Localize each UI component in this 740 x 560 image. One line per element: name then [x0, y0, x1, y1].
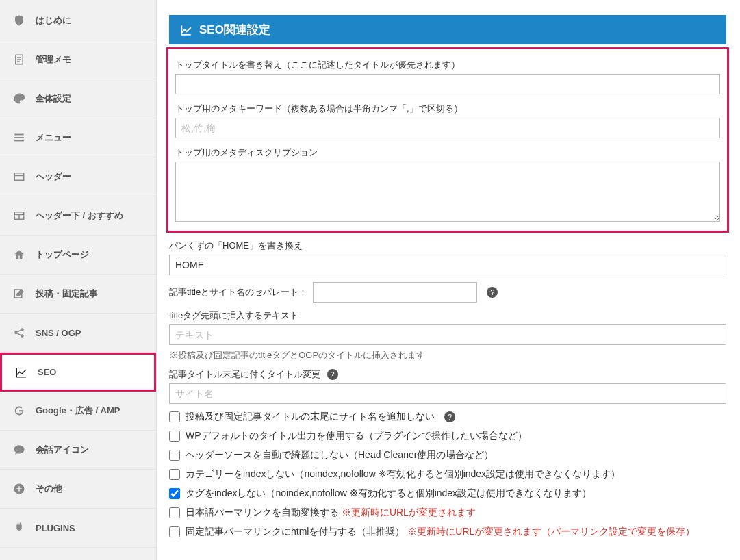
sidebar-item-label: メニュー	[36, 131, 71, 144]
top-seo-highlight: トップタイトルを書き替え（ここに記述したタイトルが優先されます） トップ用のメタ…	[166, 47, 729, 233]
document-icon	[12, 53, 26, 66]
help-icon[interactable]: ?	[487, 287, 498, 298]
sidebar-item-label: PLUGINS	[36, 523, 75, 533]
top-title-input[interactable]	[175, 74, 720, 94]
separator-input[interactable]	[313, 282, 477, 303]
sidebar-item-sns[interactable]: SNS / OGP	[0, 314, 156, 353]
sidebar-item-chat[interactable]: 会話アイコン	[0, 431, 156, 470]
panel-header: SEO関連設定	[169, 15, 726, 44]
chart-icon	[180, 24, 192, 36]
sidebar-item-global[interactable]: 全体設定	[0, 79, 156, 118]
svg-point-14	[21, 328, 24, 331]
separator-label: 記事titleとサイト名のセパレート：	[169, 286, 307, 298]
sidebar-item-posts[interactable]: 投稿・固定記事	[0, 275, 156, 314]
sidebar-item-label: ヘッダー下 / おすすめ	[36, 209, 123, 222]
svg-rect-7	[14, 173, 24, 181]
meta-desc-textarea[interactable]	[175, 162, 720, 222]
plus-circle-icon	[12, 482, 26, 496]
checkbox[interactable]	[169, 450, 180, 461]
checkbox[interactable]	[169, 469, 180, 480]
breadcrumb-label: パンくずの「HOME」を書き換え	[169, 240, 726, 252]
sidebar-item-header-below[interactable]: ヘッダー下 / おすすめ	[0, 196, 156, 236]
top-title-label: トップタイトルを書き替え（ここに記述したタイトルが優先されます）	[175, 59, 720, 71]
check-html-permalink[interactable]: 固定記事パーマリンクにhtmlを付与する（非推奨） ※更新時にURLが変更されま…	[169, 526, 726, 538]
svg-point-13	[14, 331, 18, 335]
chat-icon	[12, 443, 26, 457]
sidebar-item-google[interactable]: Google・広告 / AMP	[0, 392, 156, 431]
sidebar-item-label: はじめに	[36, 14, 71, 27]
sidebar-item-seo[interactable]: SEO	[0, 353, 156, 392]
breadcrumb-input[interactable]	[169, 255, 726, 275]
prefix-label: titleタグ先頭に挿入するテキスト	[169, 309, 726, 322]
menu-icon	[12, 131, 26, 144]
google-icon	[12, 404, 26, 418]
sidebar-item-label: SNS / OGP	[36, 328, 81, 338]
sidebar-item-label: 管理メモ	[36, 53, 71, 66]
layout-below-icon	[12, 209, 26, 222]
edit-icon	[12, 287, 26, 301]
svg-point-15	[21, 334, 24, 338]
palette-icon	[12, 92, 26, 105]
sidebar-item-label: ヘッダー	[36, 170, 71, 183]
suffix-input[interactable]	[169, 383, 726, 404]
checkbox[interactable]	[169, 507, 180, 518]
prefix-note: ※投稿及び固定記事のtitleタグとOGPのタイトルに挿入されます	[169, 349, 726, 361]
meta-desc-label: トップ用のメタディスクリプション	[175, 147, 720, 159]
meta-keywords-input[interactable]	[175, 118, 720, 138]
sidebar-item-label: その他	[36, 483, 62, 495]
sidebar-item-intro[interactable]: はじめに	[0, 1, 156, 40]
plug-icon	[12, 521, 26, 535]
sidebar-item-label: SEO	[38, 367, 56, 377]
help-icon[interactable]: ?	[444, 411, 455, 422]
checkbox[interactable]	[169, 431, 180, 442]
sidebar-item-toppage[interactable]: トップページ	[0, 236, 156, 275]
check-jp-permalink[interactable]: 日本語パーマリンクを自動変換する ※更新時にURLが変更されます	[169, 507, 726, 519]
checkbox[interactable]	[169, 488, 180, 499]
checkbox[interactable]	[169, 411, 180, 422]
form-area: パンくずの「HOME」を書き換え 記事titleとサイト名のセパレート： ? t…	[169, 240, 726, 538]
sidebar: はじめに 管理メモ 全体設定 メニュー ヘッダー ヘッダー下 / おすすめ トッ…	[0, 0, 157, 560]
sidebar-item-label: 会話アイコン	[36, 444, 89, 456]
check-category-noindex[interactable]: カテゴリーをindexしない（noindex,nofollow ※有効化すると個…	[169, 468, 726, 481]
sidebar-item-header[interactable]: ヘッダー	[0, 157, 156, 196]
suffix-label: 記事タイトル末尾に付くタイトル変更 ?	[169, 368, 726, 381]
sidebar-item-label: 投稿・固定記事	[36, 288, 98, 300]
meta-keywords-label: トップ用のメタキーワード（複数ある場合は半角カンマ「,」で区切る）	[175, 103, 720, 115]
sidebar-item-label: Google・広告 / AMP	[36, 405, 120, 417]
checkbox[interactable]	[169, 526, 180, 537]
sidebar-item-plugins[interactable]: PLUGINS	[0, 509, 156, 548]
sidebar-item-menu[interactable]: メニュー	[0, 118, 156, 157]
sidebar-item-label: トップページ	[36, 249, 89, 261]
check-head-cleaner[interactable]: ヘッダーソースを自動で綺麗にしない（Head Cleaner使用の場合など）	[169, 449, 726, 461]
help-icon[interactable]: ?	[327, 369, 338, 380]
sidebar-item-label: 全体設定	[36, 92, 71, 105]
check-tag-noindex[interactable]: タグをindexしない（noindex,nofollow ※有効化すると個別in…	[169, 487, 726, 500]
panel-title: SEO関連設定	[199, 22, 270, 38]
share-icon	[12, 326, 26, 340]
sidebar-item-memo[interactable]: 管理メモ	[0, 40, 156, 79]
check-wp-default-title[interactable]: WPデフォルトのタイトル出力を使用する（プラグインで操作したい場合など）	[169, 430, 726, 442]
layout-header-icon	[12, 170, 26, 183]
shield-icon	[12, 14, 26, 27]
home-icon	[12, 248, 26, 262]
sidebar-item-other[interactable]: その他	[0, 470, 156, 509]
chart-icon	[14, 366, 28, 379]
main-panel: SEO関連設定 トップタイトルを書き替え（ここに記述したタイトルが優先されます）…	[157, 0, 740, 560]
check-no-sitename[interactable]: 投稿及び固定記事タイトルの末尾にサイト名を追加しない ?	[169, 411, 726, 423]
prefix-input[interactable]	[169, 324, 726, 345]
